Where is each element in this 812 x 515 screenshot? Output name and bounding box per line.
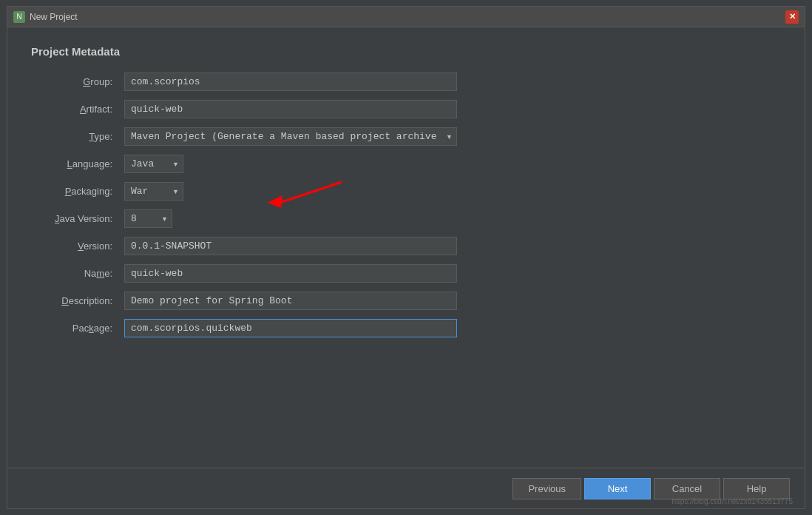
title-bar-left: N New Project [13,11,78,23]
package-label: Package: [31,323,112,334]
java-version-label-text: Java Version: [55,213,112,224]
java-version-row: Java Version: 8 11 17 [31,209,781,228]
language-label: Language: [31,158,112,169]
package-input[interactable] [124,319,457,337]
artifact-row: Artifact: [31,100,781,118]
packaging-select-wrapper: War Jar [124,182,183,201]
language-select-wrapper: Java Kotlin Groovy [124,155,183,173]
previous-button[interactable]: Previous [512,478,581,499]
type-label: Type: [31,131,112,142]
form-grid: Group: Artifact: Type: Maven Project (Ge… [31,73,781,337]
type-row: Type: Maven Project (Generate a Maven ba… [31,127,781,146]
version-label-text: Version: [78,240,112,252]
description-label: Description: [31,295,112,306]
version-row: Version: [31,237,781,255]
group-row: Group: [31,73,781,91]
description-row: Description: [31,292,781,310]
language-select[interactable]: Java Kotlin Groovy [124,155,183,173]
svg-marker-1 [268,195,282,208]
svg-line-0 [275,182,342,204]
java-version-select-wrapper: 8 11 17 [124,209,172,228]
package-row: Package: [31,319,781,337]
packaging-label-text: Packaging: [65,186,112,197]
footer: Previous Next Cancel Help https://blog.c… [7,468,805,508]
java-version-label: Java Version: [31,213,112,224]
window-icon: N [13,11,25,23]
next-button[interactable]: Next [584,478,651,499]
close-button[interactable]: ✕ [785,10,799,24]
group-input[interactable] [124,73,457,91]
help-button[interactable]: Help [723,478,790,499]
main-content: Project Metadata Group: Artifact: Type: [7,27,805,468]
name-row: Name: [31,264,781,283]
type-select-wrapper: Maven Project (Generate a Maven based pr… [124,127,457,146]
packaging-row: Packaging: War Jar [31,182,781,201]
description-label-text: Description: [61,295,112,306]
name-label: Name: [31,268,112,279]
type-label-text: Type: [89,131,112,142]
cancel-button[interactable]: Cancel [654,478,720,499]
language-row: Language: Java Kotlin Groovy [31,155,781,173]
name-label-text: Name: [84,268,112,279]
title-bar: N New Project ✕ [7,7,805,27]
packaging-label: Packaging: [31,186,112,197]
artifact-input[interactable] [124,100,457,118]
version-input[interactable] [124,237,457,255]
language-label-text: Language: [67,158,112,169]
watermark: https://blog.csdn.net/zxd1435513775 [672,497,793,505]
section-title: Project Metadata [31,45,781,58]
new-project-window: N New Project ✕ Project Metadata Group: … [7,6,805,509]
type-select[interactable]: Maven Project (Generate a Maven based pr… [124,127,457,146]
name-input[interactable] [124,264,457,283]
artifact-label-text: Artifact: [80,104,112,115]
window-title: New Project [30,12,78,22]
artifact-label: Artifact: [31,104,112,115]
group-label: Group: [31,76,112,87]
java-version-select[interactable]: 8 11 17 [124,209,172,228]
version-label: Version: [31,240,112,252]
package-label-text: Package: [72,323,112,334]
group-label-text: Group: [83,76,112,87]
description-input[interactable] [124,292,457,310]
packaging-select[interactable]: War Jar [124,182,183,201]
